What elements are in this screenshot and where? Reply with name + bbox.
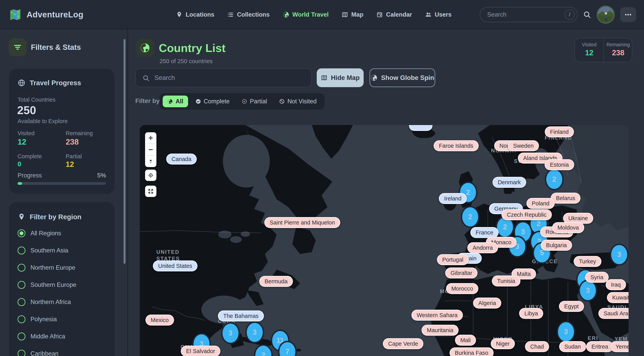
region-option-southern-europe[interactable]: Southern Europe <box>18 281 76 289</box>
navbar-search-input[interactable] <box>487 7 562 22</box>
map-cluster-marker[interactable]: 2 <box>545 168 564 190</box>
region-option-northern-africa[interactable]: Northern Africa <box>18 298 71 306</box>
country-pill-kuwait[interactable]: Kuwait <box>607 292 628 303</box>
country-pill[interactable] <box>409 125 432 131</box>
country-pill-ireland[interactable]: Ireland <box>439 193 467 204</box>
available-label: Available to Explore <box>18 118 68 124</box>
map-icon <box>342 11 348 18</box>
country-pill-gibraltar[interactable]: Gibraltar <box>445 268 478 279</box>
map-cluster-marker[interactable]: 3 <box>578 280 597 302</box>
avatar[interactable] <box>597 6 615 24</box>
list-icon <box>227 11 234 18</box>
radio-icon <box>18 298 26 306</box>
region-option-northern-europe[interactable]: Northern Europe <box>18 264 75 272</box>
map-cluster-marker[interactable]: 2 <box>461 206 480 228</box>
map-cluster-marker[interactable]: 3 <box>245 322 264 343</box>
pin-icon <box>176 11 182 18</box>
page-subtitle: 250 of 250 countries <box>160 58 213 64</box>
country-pill-burkina-faso[interactable]: Burkina Faso <box>450 348 494 356</box>
region-option-polynesia[interactable]: Polynesia <box>18 315 57 323</box>
filter-pill-all[interactable]: All <box>163 95 188 107</box>
locate-button[interactable] <box>145 170 156 181</box>
country-pill-saudi-arabia[interactable]: Saudi Arabia <box>598 308 628 319</box>
filter-pill-complete[interactable]: Complete <box>191 95 234 107</box>
country-pill-morocco[interactable]: Morocco <box>446 283 478 294</box>
map-cluster-marker[interactable]: 3 <box>610 244 628 266</box>
filter-pill-partial[interactable]: Partial <box>237 95 272 107</box>
radio-icon <box>18 264 26 272</box>
radio-icon <box>18 315 26 323</box>
filter-by-label: Filter by: <box>135 97 162 104</box>
search-icon[interactable] <box>583 10 591 19</box>
region-option-middle-africa[interactable]: Middle Africa <box>18 333 65 340</box>
users-icon <box>425 11 432 18</box>
nav-item-users[interactable]: Users <box>425 11 452 18</box>
country-pill-estonia[interactable]: Estonia <box>545 159 574 170</box>
nav-item-collections[interactable]: Collections <box>227 11 270 18</box>
country-pill-iraq[interactable]: Iraq <box>606 279 626 290</box>
country-pill-faroe-islands[interactable]: Faroe Islands <box>434 140 478 151</box>
country-pill-tunisia[interactable]: Tunisia <box>492 276 520 287</box>
region-option-all-regions[interactable]: All Regions <box>18 229 61 237</box>
country-pill-mali[interactable]: Mali <box>455 335 476 346</box>
nav-item-world-travel[interactable]: World Travel <box>282 11 329 18</box>
complete-value: 0 <box>18 160 21 168</box>
country-pill-yemen[interactable]: Yemen <box>610 341 628 352</box>
country-pill-bulgaria[interactable]: Bulgaria <box>541 240 572 251</box>
nav-item-locations[interactable]: Locations <box>176 11 214 18</box>
navbar-search[interactable]: / <box>480 7 578 22</box>
app-logo-icon <box>8 8 22 21</box>
country-pill-andorra[interactable]: Andorra <box>467 242 498 253</box>
country-pill-denmark[interactable]: Denmark <box>492 177 526 188</box>
country-pill-turkey[interactable]: Turkey <box>574 256 602 267</box>
show-globe-spin-button[interactable]: Show Globe Spin <box>370 68 435 87</box>
country-pill-syria[interactable]: Syria <box>585 272 608 283</box>
country-pill-egypt[interactable]: Egypt <box>559 301 584 312</box>
nav-item-map[interactable]: Map <box>342 11 364 18</box>
map-cluster-marker[interactable]: 3 <box>221 322 240 344</box>
country-pill-sweden[interactable]: Sweden <box>508 140 539 151</box>
country-pill-czech-republic[interactable]: Czech Republic <box>502 209 552 220</box>
country-pill-cape-verde[interactable]: Cape Verde <box>383 338 423 349</box>
country-pill-libya[interactable]: Libya <box>519 308 543 319</box>
zoom-in-button[interactable] <box>145 132 156 144</box>
country-pill-eritrea[interactable]: Eritrea <box>586 341 613 352</box>
world-map[interactable]: UNITED STATESNORWAYSWEFINLANDGREECELIBYA… <box>140 125 628 356</box>
country-pill-bermuda[interactable]: Bermuda <box>259 276 293 287</box>
country-search-input[interactable] <box>154 69 305 87</box>
country-pill-algeria[interactable]: Algeria <box>473 298 501 309</box>
nav-item-calendar[interactable]: Calendar <box>376 11 412 18</box>
country-pill-sudan[interactable]: Sudan <box>559 341 586 352</box>
region-option-southern-asia[interactable]: Southern Asia <box>18 247 68 254</box>
pitch-toggle-button[interactable] <box>145 156 156 167</box>
country-pill-el-salvador[interactable]: El Salvador <box>181 346 220 356</box>
country-pill-poland[interactable]: Poland <box>526 198 555 209</box>
fullscreen-button[interactable] <box>145 186 156 197</box>
filters-toggle-button[interactable] <box>8 38 26 56</box>
country-pill-moldova[interactable]: Moldova <box>552 222 584 233</box>
globe-icon <box>140 42 150 53</box>
country-search[interactable] <box>135 68 312 87</box>
country-pill-chad[interactable]: Chad <box>525 341 549 352</box>
map-cluster-marker[interactable]: 3 <box>556 321 576 343</box>
country-pill-france[interactable]: France <box>470 227 498 238</box>
country-pill-western-sahara[interactable]: Western Sahara <box>411 310 463 321</box>
radio-icon <box>18 281 26 289</box>
country-pill-saint-pierre-and-miquelon[interactable]: Saint Pierre and Miquelon <box>264 217 340 228</box>
zoom-out-button[interactable] <box>145 144 156 155</box>
country-pill-mexico[interactable]: Mexico <box>146 315 174 326</box>
overflow-menu-button[interactable] <box>620 7 636 22</box>
country-pill-canada[interactable]: Canada <box>166 154 197 165</box>
country-pill-united-states[interactable]: United States <box>153 261 198 271</box>
country-pill-portugal[interactable]: Portugal <box>437 254 469 265</box>
region-option-caribbean[interactable]: Caribbean <box>18 350 58 356</box>
country-pill-niger[interactable]: Niger <box>491 338 515 349</box>
hide-map-button[interactable]: Hide Map <box>317 68 364 87</box>
country-pill-the-bahamas[interactable]: The Bahamas <box>218 311 264 322</box>
country-pill-mauritania[interactable]: Mauritania <box>422 325 458 336</box>
brand[interactable]: AdventureLog <box>8 0 84 29</box>
country-pill-belarus[interactable]: Belarus <box>551 193 580 204</box>
filter-pill-not-visited[interactable]: Not Visited <box>274 95 321 107</box>
sidebar-scrollbar[interactable] <box>124 39 126 264</box>
country-pill-finland[interactable]: Finland <box>545 126 574 137</box>
